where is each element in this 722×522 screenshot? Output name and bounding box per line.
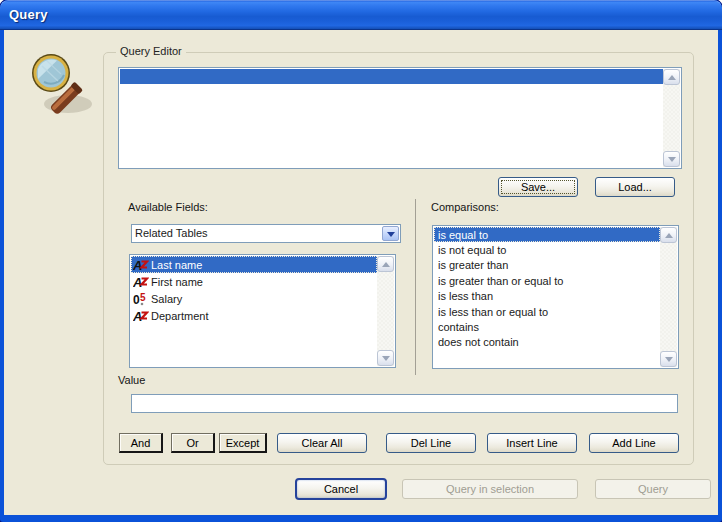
alpha-field-icon: A: [133, 309, 149, 323]
available-fields-label: Available Fields:: [128, 201, 208, 213]
title-bar[interactable]: Query: [0, 0, 722, 30]
query-lines-scrollbar[interactable]: [663, 69, 680, 167]
scroll-up-button[interactable]: [660, 227, 677, 243]
cancel-button[interactable]: Cancel: [295, 478, 387, 500]
field-row[interactable]: AFirst name: [131, 273, 377, 290]
comparison-label: is less than or equal to: [438, 306, 548, 318]
scroll-down-arrow-icon: [665, 357, 673, 362]
load-button[interactable]: Load...: [595, 177, 675, 197]
field-name: First name: [151, 276, 203, 288]
svg-text:0: 0: [133, 293, 140, 306]
clear-all-button[interactable]: Clear All: [277, 433, 367, 453]
comparison-row[interactable]: does not contain: [434, 335, 660, 350]
scroll-up-arrow-icon: [382, 262, 390, 267]
numeric-field-icon: 05: [133, 292, 149, 306]
fields-list[interactable]: ALast nameAFirst name05SalaryADepartment: [129, 254, 396, 368]
comparisons-label: Comparisons:: [431, 201, 499, 213]
alpha-field-icon: A: [133, 258, 149, 272]
comparison-label: is greater than or equal to: [438, 275, 563, 287]
add-line-button[interactable]: Add Line: [589, 433, 679, 453]
svg-text:A: A: [133, 309, 142, 323]
dialog-body: Query Editor Save... Load... Available F…: [4, 30, 718, 515]
vertical-divider: [415, 199, 416, 375]
field-row[interactable]: 05Salary: [131, 290, 377, 307]
comparison-row[interactable]: is greater than: [434, 258, 660, 273]
value-label: Value: [118, 374, 145, 386]
and-button[interactable]: And: [119, 433, 163, 453]
comparison-row[interactable]: is less than or equal to: [434, 304, 660, 319]
comparison-row[interactable]: is equal to: [434, 227, 660, 242]
window-title: Query: [9, 7, 48, 22]
save-button[interactable]: Save...: [498, 177, 578, 197]
comparison-label: is equal to: [438, 229, 488, 241]
field-name: Department: [151, 310, 208, 322]
scroll-down-button[interactable]: [377, 350, 394, 366]
comparison-row[interactable]: contains: [434, 319, 660, 334]
scroll-down-arrow-icon: [668, 157, 676, 162]
query-lines-list[interactable]: [118, 67, 682, 169]
comparison-label: is greater than: [438, 259, 508, 271]
svg-text:A: A: [133, 275, 142, 289]
scroll-up-button[interactable]: [377, 256, 394, 272]
comparisons-scrollbar[interactable]: [660, 227, 677, 367]
field-name: Last name: [151, 259, 202, 271]
combobox-dropdown-button[interactable]: [382, 226, 399, 241]
scroll-up-button[interactable]: [663, 69, 680, 85]
tables-combobox[interactable]: Related Tables: [131, 224, 401, 243]
comparison-row[interactable]: is greater than or equal to: [434, 273, 660, 288]
comparison-label: contains: [438, 321, 479, 333]
svg-text:A: A: [133, 258, 142, 272]
fields-scrollbar[interactable]: [377, 256, 394, 366]
field-row[interactable]: ADepartment: [131, 307, 377, 324]
scroll-down-arrow-icon: [382, 356, 390, 361]
query-button[interactable]: Query: [595, 479, 711, 499]
query-dialog: Query Query Editor: [0, 0, 722, 522]
comparison-label: is not equal to: [438, 244, 507, 256]
query-editor-group: Query Editor Save... Load... Available F…: [103, 52, 694, 465]
scroll-up-arrow-icon: [665, 233, 673, 238]
comparison-row[interactable]: is not equal to: [434, 242, 660, 257]
chevron-down-icon: [387, 232, 395, 237]
comparisons-list[interactable]: is equal tois not equal tois greater tha…: [432, 225, 679, 369]
comparisons-rows: is equal tois not equal tois greater tha…: [434, 227, 660, 367]
scroll-down-button[interactable]: [663, 151, 680, 167]
field-name: Salary: [151, 293, 182, 305]
or-button[interactable]: Or: [171, 433, 215, 453]
except-button[interactable]: Except: [219, 433, 267, 453]
tables-combobox-value: Related Tables: [135, 227, 208, 239]
scroll-down-button[interactable]: [660, 351, 677, 367]
query-in-selection-button[interactable]: Query in selection: [402, 479, 578, 499]
comparison-label: is less than: [438, 290, 493, 302]
svg-text:5: 5: [140, 292, 146, 303]
insert-line-button[interactable]: Insert Line: [487, 433, 577, 453]
alpha-field-icon: A: [133, 275, 149, 289]
value-input[interactable]: [131, 394, 678, 413]
magnifying-glass-icon: [24, 48, 100, 124]
field-row[interactable]: ALast name: [131, 256, 377, 273]
scroll-up-arrow-icon: [668, 75, 676, 80]
query-line-selected-row[interactable]: [120, 69, 663, 84]
fields-rows: ALast nameAFirst name05SalaryADepartment: [131, 256, 377, 366]
query-editor-group-label: Query Editor: [116, 45, 186, 57]
comparison-label: does not contain: [438, 336, 519, 348]
comparison-row[interactable]: is less than: [434, 289, 660, 304]
del-line-button[interactable]: Del Line: [386, 433, 476, 453]
